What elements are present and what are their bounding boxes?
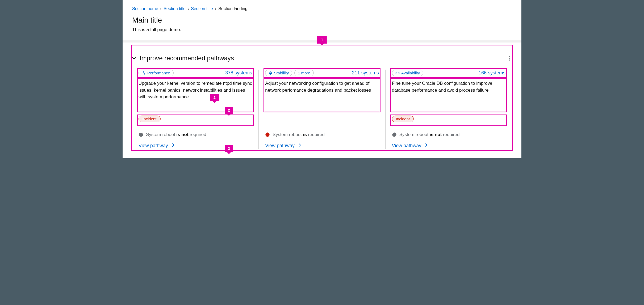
page-subtitle: This is a full page demo. [132, 27, 512, 32]
card-tags-row: Stablility 1 more 211 systems [265, 70, 379, 76]
content-area: 1 Improve recommended pathways [123, 43, 521, 158]
category-chip[interactable]: Availability [392, 70, 424, 76]
chevron-right-icon: › [160, 7, 161, 11]
incident-badge: Incident [392, 116, 414, 122]
chip-label: Performance [147, 71, 170, 75]
card-description: Upgrade your kernel version to remediate… [139, 80, 252, 112]
pathway-card: Stablility 1 more 211 systems Adjust you… [258, 70, 385, 149]
card-tags-row: Availability 166 systems [392, 70, 505, 76]
power-icon [139, 132, 143, 137]
arrow-right-icon [170, 143, 175, 149]
cards-row: Performance 378 systems 2 2 Upgrade your… [132, 70, 512, 149]
description-text: Fine tune your Oracle DB configuration t… [392, 81, 492, 93]
chevron-right-icon: › [215, 7, 216, 11]
page: Section home › Section title › Section t… [123, 0, 521, 158]
chip-label: 1 more [298, 71, 310, 75]
pathway-card: Performance 378 systems 2 2 Upgrade your… [132, 70, 258, 149]
view-pathway-link[interactable]: View pathway [139, 143, 175, 149]
pathway-card: Availability 166 systems Fine tune your … [385, 70, 512, 149]
more-chip[interactable]: 1 more [294, 70, 314, 76]
reboot-prefix: System reboot [399, 132, 430, 137]
reboot-suffix: required [189, 132, 206, 137]
systems-link[interactable]: 166 systems [479, 70, 505, 76]
incident-row [265, 116, 379, 125]
breadcrumb-current: Section landing [218, 6, 247, 11]
chip-label: Availability [401, 71, 420, 75]
card-description: Adjust your networking configuration to … [265, 80, 379, 112]
view-pathway-link[interactable]: View pathway [392, 143, 428, 149]
breadcrumb-level2[interactable]: Section title [191, 6, 213, 11]
section-title: Improve recommended pathways [140, 54, 234, 62]
page-header: Section home › Section title › Section t… [123, 0, 521, 43]
reboot-emph: is not [176, 132, 188, 137]
description-text: Adjust your networking configuration to … [265, 81, 371, 93]
annotation-callout-2: 2 [225, 145, 233, 152]
link-icon [395, 71, 400, 75]
reboot-emph: is not [430, 132, 442, 137]
chip-label: Stablility [274, 71, 289, 75]
incident-row: Incident [139, 116, 252, 125]
kebab-menu-icon[interactable] [508, 54, 512, 62]
reboot-status: System reboot is required [265, 132, 379, 137]
reboot-suffix: required [442, 132, 459, 137]
page-title: Main title [132, 16, 512, 24]
reboot-emph: is [303, 132, 307, 137]
systems-link[interactable]: 211 systems [352, 70, 379, 76]
description-text: Upgrade your kernel version to remediate… [139, 81, 252, 99]
reboot-suffix: required [307, 132, 325, 137]
breadcrumb-level1[interactable]: Section title [164, 6, 186, 11]
link-label: View pathway [392, 143, 421, 149]
chevron-right-icon: › [188, 7, 189, 11]
card-description: Fine tune your Oracle DB configuration t… [392, 80, 505, 112]
activity-icon [142, 71, 146, 75]
incident-row: Incident [392, 116, 505, 125]
arrow-right-icon [297, 143, 302, 149]
breadcrumb-home[interactable]: Section home [132, 6, 158, 11]
incident-badge: Incident [139, 116, 161, 122]
link-label: View pathway [139, 143, 168, 149]
reboot-status: System reboot is not required [392, 132, 505, 137]
cube-icon [269, 71, 272, 75]
arrow-right-icon [423, 143, 428, 149]
category-chip[interactable]: Stablility [265, 70, 292, 76]
power-icon [392, 132, 397, 137]
chevron-down-icon[interactable] [132, 56, 136, 60]
card-tags-row: Performance 378 systems [139, 70, 252, 76]
systems-link[interactable]: 378 systems [225, 70, 252, 76]
category-chip[interactable]: Performance [139, 70, 174, 76]
section-header: Improve recommended pathways [132, 48, 512, 62]
breadcrumb: Section home › Section title › Section t… [132, 6, 512, 11]
reboot-status: System reboot is not required [139, 132, 252, 137]
link-label: View pathway [265, 143, 295, 149]
reboot-prefix: System reboot [273, 132, 303, 137]
power-icon [265, 132, 270, 137]
reboot-prefix: System reboot [146, 132, 176, 137]
view-pathway-link[interactable]: View pathway [265, 143, 302, 149]
